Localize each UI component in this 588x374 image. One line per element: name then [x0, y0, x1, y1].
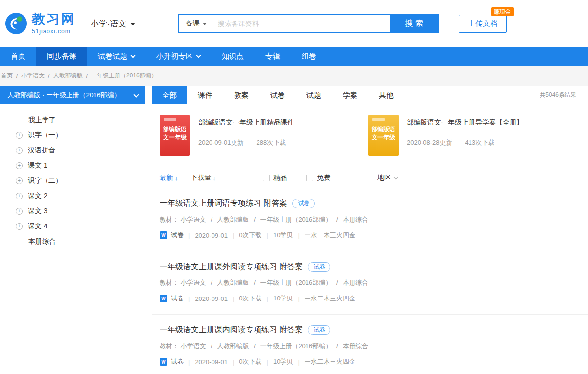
featured-card[interactable]: 部编版语文一年级 部编版语文一年级上册导学案【全册】 2020-08-28更新 … — [368, 115, 577, 156]
search-button[interactable]: 搜 索 — [390, 15, 438, 32]
premium-checkbox[interactable] — [263, 175, 270, 181]
tab-courseware[interactable]: 课件 — [187, 86, 223, 104]
sidebar-item-chapter[interactable]: 我上学了 — [0, 112, 145, 127]
featured-title[interactable]: 部编版语文一年级上册精品课件 — [198, 118, 294, 127]
pipe-separator: | — [233, 295, 234, 302]
region-filter[interactable]: 地区 — [377, 174, 397, 182]
filter-free[interactable]: 免费 — [306, 174, 330, 182]
material-label: 教材： — [160, 216, 179, 223]
material-unit[interactable]: 本册综合 — [343, 216, 368, 223]
item-title[interactable]: 一年级语文上册词语专项练习 附答案 — [160, 199, 287, 209]
nav-item-home[interactable]: 首页 — [0, 47, 36, 66]
sidebar-item-chapter[interactable]: + 汉语拼音 — [0, 143, 145, 158]
sidebar-item-chapter[interactable]: + 课文 2 — [0, 188, 145, 203]
material-unit[interactable]: 本册综合 — [343, 279, 368, 286]
tab-all[interactable]: 全部 — [152, 86, 187, 104]
material-grade[interactable]: 一年级上册（2016部编） — [260, 216, 331, 223]
sidebar-item-chapter[interactable]: 本册综合 — [0, 234, 145, 249]
item-title[interactable]: 一年级语文上册课外阅读专项练习 附答案 — [160, 262, 303, 272]
search-scope-selector[interactable]: 备课 — [179, 15, 212, 32]
sidebar-item-chapter[interactable]: + 课文 4 — [0, 219, 145, 234]
slash-separator: / — [336, 279, 338, 286]
tab-lesson-plans[interactable]: 教案 — [223, 86, 259, 104]
filter-premium[interactable]: 精品 — [263, 174, 287, 182]
nav-label: 专辑 — [265, 52, 280, 61]
material-grade[interactable]: 一年级上册（2016部编） — [260, 342, 331, 349]
expand-plus-icon[interactable]: + — [16, 193, 23, 199]
tab-study-cases[interactable]: 学案 — [332, 86, 368, 104]
breadcrumb-separator: / — [86, 73, 88, 79]
item-uploader[interactable]: 一水二木三火四金 — [305, 357, 355, 366]
featured-downloads: 413次下载 — [465, 138, 495, 147]
nav-item-primary-to-junior[interactable]: 小升初专区 — [145, 47, 211, 66]
checkbox-label: 免费 — [317, 174, 330, 182]
item-type-badge: 试卷 — [292, 199, 315, 208]
sort-downloads[interactable]: 下载量 ↓ — [191, 174, 216, 182]
featured-card[interactable]: 部编版语文一年级 部编版语文一年级上册精品课件 2020-09-01更新 288… — [160, 115, 368, 156]
material-edition[interactable]: 人教部编版 — [217, 279, 249, 286]
expand-plus-icon[interactable]: + — [16, 208, 23, 215]
item-title[interactable]: 一年级语文上册课内阅读专项练习 附答案 — [160, 325, 303, 335]
item-uploader[interactable]: 一水二木三火四金 — [305, 294, 355, 303]
sidebar-item-chapter[interactable]: + 课文 1 — [0, 158, 145, 173]
nav-item-paper-builder[interactable]: 组卷 — [291, 47, 327, 66]
sidebar-item-chapter[interactable]: + 课文 3 — [0, 203, 145, 219]
tab-questions[interactable]: 试题 — [296, 86, 332, 104]
search-input[interactable] — [212, 15, 390, 32]
material-edition[interactable]: 人教部编版 — [217, 216, 249, 223]
expand-plus-icon[interactable]: + — [16, 132, 23, 139]
material-line: 教材： 小学语文 / 人教部编版 / 一年级上册（2016部编） / 本册综合 — [160, 342, 580, 350]
featured-info: 部编版语文一年级上册精品课件 2020-09-01更新 288次下载 — [198, 115, 294, 156]
expand-plus-icon[interactable]: + — [16, 223, 23, 230]
category-label: 小学·语文 — [91, 18, 127, 29]
tab-other[interactable]: 其他 — [368, 86, 404, 104]
material-subject[interactable]: 小学语文 — [181, 342, 206, 349]
pipe-separator: | — [298, 295, 299, 302]
pipe-separator: | — [267, 358, 268, 366]
breadcrumb-grade[interactable]: 一年级上册（2016部编） — [91, 72, 157, 80]
sidebar-item-chapter[interactable]: + 识字（一） — [0, 127, 145, 143]
nav-label: 同步备课 — [47, 52, 76, 61]
material-subject[interactable]: 小学语文 — [181, 279, 206, 286]
item-title-row: 一年级语文上册课内阅读专项练习 附答案 试卷 — [160, 325, 580, 335]
chapter-label: 汉语拼音 — [28, 146, 55, 155]
pipe-separator: | — [267, 295, 268, 302]
category-selector[interactable]: 小学·语文 — [91, 18, 135, 29]
doc-type: 试卷 — [171, 357, 184, 366]
expand-plus-icon[interactable]: + — [16, 162, 23, 169]
chapter-label: 课文 1 — [28, 161, 47, 170]
sort-newest[interactable]: 最新 ↓ — [160, 174, 178, 182]
nav-item-albums[interactable]: 专辑 — [255, 47, 291, 66]
pipe-separator: | — [188, 295, 190, 302]
item-uploader[interactable]: 一水二木三火四金 — [305, 231, 355, 240]
breadcrumb: 首页 / 小学语文 / 人教部编版 / 一年级上册（2016部编） — [0, 66, 588, 86]
upload-document-button[interactable]: 上传文档 — [459, 15, 507, 33]
tab-papers[interactable]: 试卷 — [259, 86, 296, 104]
material-unit[interactable]: 本册综合 — [343, 342, 368, 349]
breadcrumb-subject[interactable]: 小学语文 — [21, 72, 45, 80]
caret-down-icon — [130, 23, 135, 25]
doc-type: 试卷 — [171, 294, 184, 303]
nav-item-sync-prep[interactable]: 同步备课 — [36, 47, 87, 66]
expand-plus-icon[interactable]: + — [16, 147, 23, 154]
nav-label: 知识点 — [222, 52, 244, 61]
material-edition[interactable]: 人教部编版 — [217, 342, 249, 349]
free-checkbox[interactable] — [306, 175, 313, 181]
breadcrumb-home[interactable]: 首页 — [1, 72, 13, 80]
nav-item-exam-papers[interactable]: 试卷试题 — [87, 47, 145, 66]
sidebar-edition-selector[interactable]: 人教部编版 · 一年级上册（2016部编） — [0, 86, 145, 104]
expand-plus-icon[interactable]: + — [16, 177, 23, 184]
region-label: 地区 — [377, 174, 391, 182]
material-grade[interactable]: 一年级上册（2016部编） — [260, 279, 331, 286]
featured-title[interactable]: 部编版语文一年级上册导学案【全册】 — [407, 118, 523, 127]
breadcrumb-edition[interactable]: 人教部编版 — [53, 72, 83, 80]
material-label: 教材： — [160, 342, 179, 349]
site-logo[interactable]: 教习网 51jiaoxi.com — [5, 12, 76, 35]
caret-down-icon — [203, 23, 207, 25]
item-date: 2020-09-01 — [195, 232, 228, 239]
material-subject[interactable]: 小学语文 — [181, 216, 206, 223]
sidebar-item-chapter[interactable]: + 识字（二） — [0, 173, 145, 188]
nav-item-knowledge-points[interactable]: 知识点 — [211, 47, 255, 66]
result-count: 共5046条结果 — [540, 91, 576, 99]
nav-label: 小升初专区 — [156, 52, 193, 61]
